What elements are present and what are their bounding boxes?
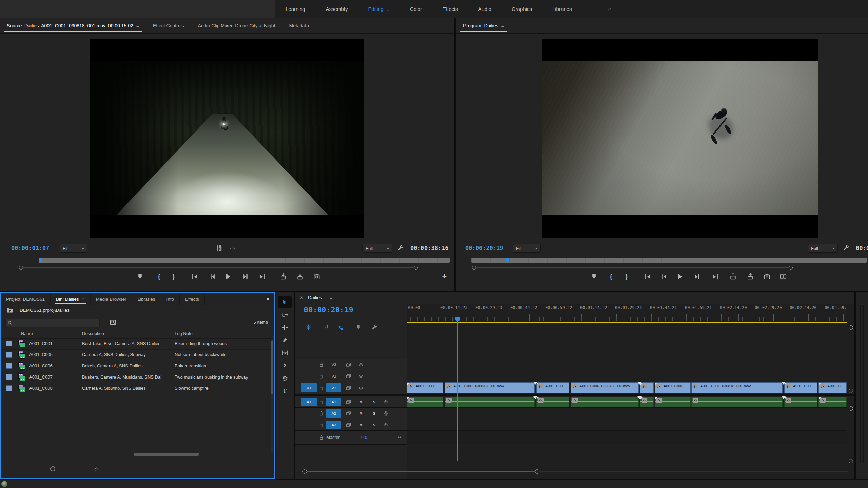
mute-toggle[interactable]: M xyxy=(358,422,364,428)
fx-badge[interactable]: fx xyxy=(408,384,414,388)
drag-video-only-icon[interactable] xyxy=(216,244,223,252)
fx-badge[interactable]: fx xyxy=(820,398,826,403)
find-icon[interactable] xyxy=(215,466,221,472)
fx-badge[interactable]: fx xyxy=(820,384,826,388)
bin-horizontal-scrollbar[interactable] xyxy=(134,453,199,456)
mark-in-icon[interactable]: { xyxy=(156,273,162,280)
program-position-timecode[interactable]: 00:00:20:19 xyxy=(465,245,504,251)
project-tab-media-browser[interactable]: Media Browser xyxy=(91,293,132,305)
workspace-tab-libraries[interactable]: Libraries xyxy=(542,0,582,18)
overwrite-icon[interactable] xyxy=(296,273,304,280)
keyframe-nav-icon[interactable] xyxy=(397,435,402,440)
fx-badge[interactable]: fx xyxy=(538,398,544,403)
source-scrub-bar[interactable] xyxy=(39,258,450,263)
go-to-out-icon[interactable] xyxy=(259,273,266,280)
track-output-toggle-icon[interactable] xyxy=(358,385,364,391)
sort-icons-toggle[interactable]: ◇ xyxy=(93,466,100,472)
video-clip-a001-c[interactable]: fxA001_C xyxy=(818,382,847,393)
breadcrumb[interactable]: DEMOS61.prproj\Dailies xyxy=(20,308,70,313)
program-scrub-area[interactable] xyxy=(456,258,868,263)
video-clip-a001-c001-030818-001-mov[interactable]: fxA001_C001_030818_001.mov xyxy=(691,382,783,393)
razor-tool[interactable] xyxy=(278,334,292,346)
workspace-tab-editing[interactable]: Editing≡ xyxy=(358,0,400,18)
sync-lock-toggle-icon[interactable] xyxy=(345,422,352,428)
timeline-hscroll-handle-left[interactable] xyxy=(302,469,307,474)
extract-icon[interactable] xyxy=(747,273,754,280)
video-clip-a001-c008[interactable]: fxA001_C008 xyxy=(655,382,691,393)
audio-clip-a001-c00[interactable]: fx xyxy=(784,396,817,407)
track-select-forward-tool[interactable] xyxy=(278,309,292,321)
audio-clip-a001-c008[interactable]: fx xyxy=(407,396,443,407)
clip-color-label[interactable] xyxy=(6,374,12,380)
timeline-ruler[interactable]: :00:0000:00:14:2300:00:29:2300:00:44:220… xyxy=(407,304,847,324)
audio-clip-a001-c001-030818-001-mov[interactable]: fx xyxy=(691,396,783,407)
clip-color-label[interactable] xyxy=(6,352,12,358)
video-tracks-scroll-handle-bottom[interactable] xyxy=(849,389,853,393)
clip-color-label[interactable] xyxy=(6,363,12,369)
track-output-toggle-icon[interactable] xyxy=(358,362,364,367)
track-lock-icon[interactable] xyxy=(319,362,324,367)
audio-tracks-scroll-handle-top[interactable] xyxy=(849,406,853,411)
bin-row-a001-c008[interactable]: A001_C008Camera A, Slowmo, SNS DailiesSl… xyxy=(1,383,271,394)
new-bin-icon[interactable] xyxy=(230,466,236,472)
mark-out-icon[interactable]: } xyxy=(623,273,630,280)
source-zoom-select[interactable]: Fit xyxy=(60,244,87,253)
track-target-toggle-v1[interactable]: V1 xyxy=(326,383,341,392)
fx-badge[interactable]: fx xyxy=(693,398,698,403)
audio-clip-segment[interactable]: fx xyxy=(640,396,654,407)
program-scrub-bar[interactable] xyxy=(471,258,867,263)
timeline-horizontal-scrollbar[interactable] xyxy=(304,471,537,472)
audio-clip-a001-c[interactable]: fx xyxy=(818,396,847,407)
sync-lock-toggle-icon[interactable] xyxy=(345,362,352,368)
solo-toggle[interactable]: S xyxy=(371,399,377,405)
source-patch-v1[interactable]: V1 xyxy=(301,383,317,392)
fx-badge[interactable]: fx xyxy=(642,384,647,388)
type-tool[interactable]: T xyxy=(278,385,292,397)
sync-lock-toggle-icon[interactable] xyxy=(345,399,352,405)
track-target-toggle-v3[interactable]: V3 xyxy=(326,360,341,369)
track-lock-icon[interactable] xyxy=(319,399,324,405)
workspace-tab-graphics[interactable]: Graphics xyxy=(501,0,542,18)
clip-color-label[interactable] xyxy=(6,341,12,346)
fx-badge[interactable]: fx xyxy=(572,398,578,403)
step-back-icon[interactable] xyxy=(209,273,216,280)
video-clip-a001-c008[interactable]: fxA001_C008 xyxy=(407,382,443,393)
source-position-timecode[interactable]: 00:00:01:07 xyxy=(11,245,50,251)
clear-trash-icon[interactable] xyxy=(257,466,264,472)
fx-badge[interactable]: fx xyxy=(446,384,452,388)
sync-lock-toggle-icon[interactable] xyxy=(345,373,352,379)
search-input[interactable] xyxy=(14,319,98,327)
bin-vertical-scrollbar[interactable] xyxy=(271,340,273,452)
tab-effect-controls[interactable]: Effect Controls xyxy=(146,18,191,33)
track-lock-icon[interactable] xyxy=(319,385,324,391)
track-target-toggle-a3[interactable]: A3 xyxy=(326,421,341,429)
icon-view-icon[interactable] xyxy=(38,466,44,472)
track-lock-icon[interactable] xyxy=(319,373,324,379)
workspace-tab-assembly[interactable]: Assembly xyxy=(315,0,358,18)
sync-lock-toggle-icon[interactable] xyxy=(345,410,352,416)
audio-clip-a001-c008[interactable]: fx xyxy=(655,396,691,407)
mute-toggle[interactable]: M xyxy=(358,411,364,416)
fx-badge[interactable]: fx xyxy=(642,398,647,403)
sync-lock-toggle-icon[interactable] xyxy=(345,385,352,391)
program-resolution-select[interactable]: Full xyxy=(808,244,838,253)
track-lock-icon[interactable] xyxy=(319,411,324,416)
export-frame-icon[interactable] xyxy=(763,273,771,280)
tab-metadata[interactable]: Metadata xyxy=(282,18,316,33)
panel-menu-icon[interactable]: ≡ xyxy=(501,23,504,28)
timeline-hscroll-handle-right[interactable] xyxy=(535,469,539,474)
solo-toggle[interactable]: S xyxy=(371,422,377,428)
timeline-playhead-timecode[interactable]: 00:00:20:19 xyxy=(304,306,353,314)
bin-list-header[interactable]: Name Description Log Note xyxy=(1,329,271,339)
solo-toggle[interactable]: S xyxy=(371,411,377,416)
navigate-up-folder-icon[interactable] xyxy=(6,307,14,314)
workspace-tab-learning[interactable]: Learning xyxy=(275,0,315,18)
work-area-bar[interactable] xyxy=(407,322,847,323)
workspace-overflow-icon[interactable]: » xyxy=(608,0,611,18)
source-scrub-area[interactable] xyxy=(0,258,454,263)
workspace-tab-effects[interactable]: Effects xyxy=(432,0,468,18)
drag-audio-only-icon[interactable] xyxy=(229,245,236,251)
step-forward-icon[interactable] xyxy=(242,273,250,280)
video-clip-a001-c00[interactable]: fxA001_C00 xyxy=(784,382,817,393)
add-marker-icon[interactable] xyxy=(136,273,144,280)
